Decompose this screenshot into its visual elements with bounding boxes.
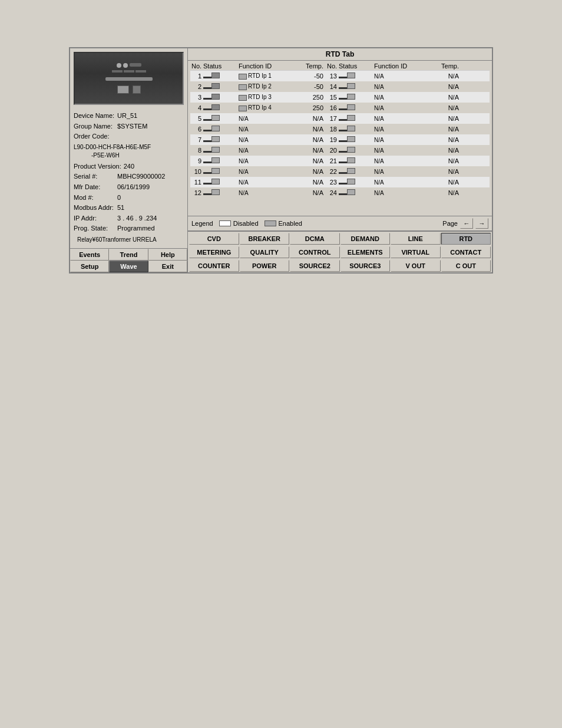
tab-button-contact[interactable]: CONTACT [441,246,491,258]
row-no-right: 20 [327,147,339,154]
mfr-date-value: 06/16/1999 [117,182,150,193]
header-temp2: Temp. [433,62,462,70]
row-fid-right: N/A [374,137,433,143]
row-temp-left: -50 [297,73,327,80]
table-row: 5N/AN/A17N/AN/A [190,113,490,124]
right-panel: RTD Tab No. Status Function ID Temp. No.… [188,48,492,272]
row-temp-right: N/A [433,115,462,122]
row-temp-left: N/A [297,179,327,186]
table-row: 3RTD Ip 325015N/AN/A [190,92,490,103]
tab-button-elements[interactable]: ELEMENTS [340,246,391,258]
row-status-left [203,83,239,90]
prog-label: Prog. State: [74,223,115,234]
row-fid-left: N/A [239,169,297,175]
modbus-label: Modbus Addr: [74,203,115,213]
row-no-right: 19 [327,136,339,143]
row-temp-right: N/A [433,189,462,196]
row-status-left [203,189,239,196]
tab-button-line[interactable]: LINE [391,233,441,245]
tab-row-3: COUNTERPOWERSOURCE2SOURCE3V OUTC OUT [188,259,492,272]
tab-button-demand[interactable]: DEMAND [340,233,391,245]
row-fid-right: N/A [374,190,433,196]
row-no-right: 15 [327,94,339,101]
tab-button-v-out[interactable]: V OUT [391,260,441,272]
row-no-right: 24 [327,189,339,196]
row-fid-right: N/A [374,147,433,154]
modbus-value: 51 [117,203,124,213]
row-status-left [203,179,239,186]
row-fid-left: RTD Ip 1 [239,73,297,79]
row-status-right [339,126,374,133]
header-fid1: Function ID [239,62,297,70]
row-no-right: 14 [327,83,339,90]
row-temp-right: N/A [433,179,462,186]
row-temp-right: N/A [433,94,462,101]
disabled-label: Disabled [233,220,259,227]
rtd-header: No. Status Function ID Temp. No. Status … [190,62,490,71]
device-name-value: UR_51 [117,111,137,121]
row-fid-left: N/A [239,116,297,122]
row-status-right [339,115,374,122]
exit-button[interactable]: Exit [148,261,187,272]
rtd-table-area: No. Status Function ID Temp. No. Status … [188,61,492,216]
wave-button[interactable]: Wave [109,261,148,272]
tab-button-control[interactable]: CONTROL [290,246,340,258]
row-no-left: 3 [191,94,203,101]
device-image [74,52,184,105]
row-fid-right: N/A [374,116,433,122]
ip-value: 3 . 46 . 9 .234 [117,213,157,224]
row-no-left: 11 [191,179,203,186]
table-row: 12N/AN/A24N/AN/A [190,187,490,198]
device-name-label: Device Name: [74,111,115,121]
row-no-left: 8 [191,147,203,154]
row-status-left [203,168,239,175]
row-status-left [203,147,239,154]
table-row: 8N/AN/A20N/AN/A [190,145,490,156]
table-row: 10N/AN/A22N/AN/A [190,166,490,177]
row-status-left [203,126,239,133]
main-container: Device Name: UR_51 Group Name: $SYSTEM O… [69,47,493,274]
row-no-left: 6 [191,126,203,133]
row-temp-right: N/A [433,83,462,90]
header-status1: Status [203,62,239,70]
setup-button[interactable]: Setup [70,261,109,272]
table-row: 2RTD Ip 2-5014N/AN/A [190,81,490,92]
row-status-right [339,136,374,143]
tab-button-metering[interactable]: METERING [189,246,239,258]
mod-label: Mod #: [74,193,115,203]
tab-button-counter[interactable]: COUNTER [189,260,239,272]
tab-button-rtd[interactable]: RTD [441,233,491,245]
page-next-button[interactable]: → [475,218,488,229]
tab-row-1: CVDBREAKERDCMADEMANDLINERTD [188,232,492,245]
tab-button-source2[interactable]: SOURCE2 [290,260,340,272]
group-name-value: $SYSTEM [117,121,147,132]
enabled-box [265,220,276,226]
trend-button[interactable]: Trend [109,249,148,261]
row-no-right: 13 [327,73,339,80]
row-fid-right: N/A [374,73,433,80]
row-no-left: 9 [191,157,203,164]
tab-button-dcma[interactable]: DCMA [290,233,340,245]
disabled-box [219,220,231,226]
tab-button-c-out[interactable]: C OUT [441,260,491,272]
tab-button-virtual[interactable]: VIRTUAL [391,246,441,258]
page-prev-button[interactable]: ← [460,218,473,229]
events-button[interactable]: Events [70,249,109,261]
tab-button-source3[interactable]: SOURCE3 [340,260,391,272]
row-fid-left: RTD Ip 4 [239,104,297,111]
row-temp-left: N/A [297,147,327,154]
tab-buttons-area: CVDBREAKERDCMADEMANDLINERTD METERINGQUAL… [188,231,492,272]
tab-button-power[interactable]: POWER [240,260,290,272]
row-no-right: 18 [327,126,339,133]
tab-row-2: METERINGQUALITYCONTROLELEMENTSVIRTUALCON… [188,245,492,259]
row-no-right: 22 [327,168,339,175]
tab-button-quality[interactable]: QUALITY [240,246,290,258]
serial-label: Serial #: [74,172,115,182]
row-no-right: 23 [327,179,339,186]
tab-button-cvd[interactable]: CVD [189,233,239,245]
tab-button-breaker[interactable]: BREAKER [240,233,290,245]
mod-value: 0 [117,193,121,203]
row-temp-right: N/A [433,147,462,154]
row-status-right [339,73,374,80]
help-button[interactable]: Help [148,249,187,261]
